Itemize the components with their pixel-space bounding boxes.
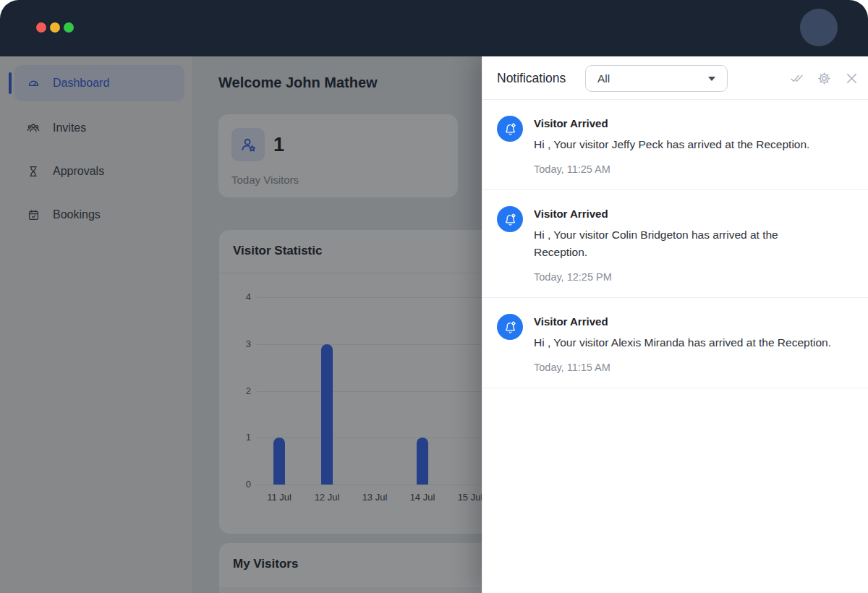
notification-item[interactable]: Visitor Arrived Hi , Your visitor Alexis…	[482, 298, 868, 388]
notification-title: Visitor Arrived	[534, 208, 778, 220]
notifications-panel: Notifications All	[482, 56, 868, 593]
notification-message: Hi , Your visitor Alexis Miranda has arr…	[534, 334, 831, 351]
minimize-window-button[interactable]	[50, 22, 60, 33]
maximize-window-button[interactable]	[64, 22, 74, 33]
close-window-button[interactable]	[36, 22, 46, 33]
notifications-header: Notifications All	[482, 56, 868, 100]
notification-title: Visitor Arrived	[534, 117, 809, 129]
notification-filter-dropdown[interactable]: All	[585, 65, 728, 92]
notification-message: Hi , Your visitor Colin Bridgeton has ar…	[534, 226, 778, 261]
notifications-title: Notifications	[497, 56, 566, 100]
notification-time: Today, 12:25 PM	[534, 271, 778, 283]
window-controls	[36, 22, 74, 33]
bell-gear-icon	[497, 206, 523, 232]
bell-gear-icon	[497, 314, 523, 340]
window-titlebar	[0, 0, 868, 56]
notification-title: Visitor Arrived	[534, 315, 831, 328]
notification-message: Hi , Your visitor Jeffy Peck has arrived…	[534, 136, 809, 153]
bell-gear-icon	[497, 116, 523, 142]
settings-gear-icon[interactable]	[817, 71, 832, 86]
notification-time: Today, 11:25 AM	[534, 163, 809, 175]
mark-all-read-icon[interactable]	[789, 71, 804, 86]
notification-list: Visitor Arrived Hi , Your visitor Jeffy …	[482, 100, 868, 388]
notification-time: Today, 11:15 AM	[534, 362, 831, 373]
notification-toolbar	[789, 56, 859, 100]
chevron-down-icon	[708, 77, 715, 81]
close-icon[interactable]	[844, 71, 859, 86]
notification-item[interactable]: Visitor Arrived Hi , Your visitor Jeffy …	[482, 100, 868, 190]
user-avatar[interactable]	[800, 9, 838, 46]
app-window: Dashboard Invites Approva	[0, 0, 868, 593]
filter-selected-value: All	[597, 66, 610, 91]
notification-item[interactable]: Visitor Arrived Hi , Your visitor Colin …	[482, 190, 868, 298]
